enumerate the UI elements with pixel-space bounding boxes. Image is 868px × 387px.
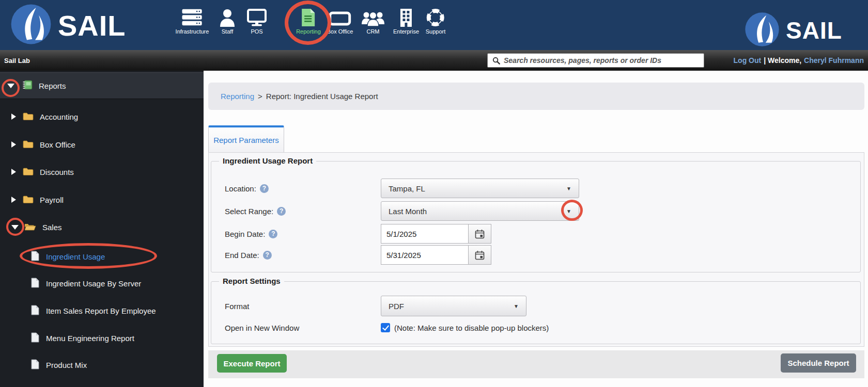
caret-right-icon[interactable] [11, 114, 16, 120]
sidebar-report-ingredient-usage[interactable]: Ingredient Usage [0, 249, 204, 264]
folder-label: Sales [42, 223, 62, 232]
tree-root-label: Reports [39, 82, 66, 90]
ingredient-usage-report-fieldset: Ingredient Usage Report Location: ? Tamp… [211, 161, 861, 272]
brand-logo-left: SAIL [10, 4, 126, 47]
select-range-row: Select Range: ? Last Month ▼ [225, 201, 850, 221]
breadcrumb-separator: > [258, 92, 262, 101]
sidebar-report-item-sales-by-employee[interactable]: Item Sales Report By Employee [0, 303, 204, 318]
nav-label: CRM [366, 28, 379, 35]
select-range-label: Select Range: [225, 207, 273, 216]
session-info: Log Out | Welcome, Cheryl Fuhrmann [734, 50, 864, 71]
caret-right-icon[interactable] [11, 197, 16, 203]
end-date-row: End Date: ? [225, 245, 850, 265]
report-link-label: Menu Engineering Report [46, 334, 134, 343]
sidebar-folder-discounts[interactable]: Discounts [0, 164, 204, 180]
folder-label: Box Office [40, 140, 75, 149]
sidebar-folder-box-office[interactable]: Box Office [0, 137, 204, 152]
report-link-label: Item Sales Report By Employee [46, 307, 156, 315]
nav-item-staff[interactable]: Staff [220, 6, 235, 35]
folder-label: Discounts [40, 168, 74, 176]
folder-label: Accounting [40, 112, 78, 121]
top-nav-bar: SAIL Infrastructure Staff [0, 0, 868, 50]
select-range-select[interactable]: Last Month ▼ [381, 201, 579, 221]
document-icon [31, 359, 39, 371]
folder-icon [23, 112, 34, 122]
search-input[interactable] [504, 54, 704, 67]
sidebar-folder-sales[interactable]: Sales [0, 219, 204, 235]
monitor-icon [246, 6, 267, 27]
report-link-label: Product Mix [46, 361, 87, 369]
nav-label: POS [251, 28, 262, 35]
building-icon [399, 6, 413, 27]
schedule-report-button[interactable]: Schedule Report [781, 353, 856, 373]
range-selected-value: Last Month [389, 207, 427, 216]
sidebar-folder-payroll[interactable]: Payroll [0, 192, 204, 207]
location-select[interactable]: Tampa, FL ▼ [381, 179, 579, 198]
help-icon[interactable]: ? [277, 207, 286, 216]
brand-name: SAIL [58, 9, 126, 42]
folder-icon [23, 167, 34, 177]
chevron-down-icon[interactable]: ▼ [566, 186, 571, 191]
nav-item-support[interactable]: Support [426, 6, 446, 35]
begin-date-input[interactable] [381, 224, 469, 244]
nav-item-box-office[interactable]: Box Office [327, 6, 353, 35]
caret-down-icon[interactable] [11, 225, 19, 230]
nav-item-crm[interactable]: CRM [361, 6, 385, 35]
servers-icon [181, 6, 203, 27]
format-select[interactable]: PDF ▼ [381, 296, 526, 316]
help-icon[interactable]: ? [263, 251, 272, 260]
help-icon[interactable]: ? [269, 230, 277, 238]
breadcrumb-current-page: Report: Ingredient Usage Report [266, 92, 378, 101]
caret-right-icon[interactable] [11, 169, 16, 175]
fieldset-legend: Ingredient Usage Report [219, 156, 316, 165]
lifebuoy-icon [426, 6, 445, 27]
breadcrumb: Reporting > Report: Ingredient Usage Rep… [208, 83, 864, 110]
calendar-button[interactable] [469, 245, 491, 265]
nav-item-infrastructure[interactable]: Infrastructure [176, 6, 209, 35]
tree-root-reports[interactable]: Reports [0, 72, 204, 99]
end-date-input[interactable] [381, 245, 469, 265]
document-icon [31, 305, 39, 317]
begin-date-label: Begin Date: [225, 230, 265, 238]
format-row: Format PDF ▼ [225, 296, 850, 316]
utility-bar: Sail Lab Log Out | Welcome, Cheryl Fuhrm… [0, 50, 868, 71]
location-row: Location: ? Tampa, FL ▼ [225, 179, 850, 198]
open-folder-icon [24, 222, 36, 232]
nav-label: Enterprise [393, 28, 419, 35]
sidebar-report-product-mix[interactable]: Product Mix [0, 357, 204, 373]
chevron-down-icon[interactable]: ▼ [566, 208, 571, 214]
sidebar-report-ingredient-usage-by-server[interactable]: Ingredient Usage By Server [0, 276, 204, 291]
search-box[interactable] [487, 53, 704, 68]
chevron-down-icon[interactable]: ▼ [514, 303, 519, 309]
nav-label: Staff [222, 28, 233, 35]
nav-item-enterprise[interactable]: Enterprise [393, 6, 419, 35]
open-in-new-window-checkbox[interactable] [381, 323, 390, 332]
execute-report-button[interactable]: Execute Report [217, 354, 287, 373]
caret-right-icon[interactable] [11, 141, 16, 148]
help-icon[interactable]: ? [260, 184, 269, 193]
end-date-label: End Date: [225, 251, 259, 260]
nav-item-reporting[interactable]: Reporting [296, 6, 321, 35]
tab-report-parameters[interactable]: Report Parameters [208, 125, 284, 152]
folder-icon [23, 195, 34, 205]
brand-name: SAIL [786, 17, 842, 44]
calendar-button[interactable] [469, 224, 491, 244]
calendar-icon [475, 250, 485, 260]
logout-link[interactable]: Log Out [734, 56, 762, 64]
person-icon [220, 6, 235, 27]
breadcrumb-reporting-link[interactable]: Reporting [221, 92, 254, 101]
caret-down-icon[interactable] [7, 84, 14, 88]
calendar-icon [475, 229, 485, 239]
nav-item-pos[interactable]: POS [246, 6, 267, 35]
report-link-label: Ingredient Usage By Server [46, 279, 141, 288]
sidebar-report-menu-engineering[interactable]: Menu Engineering Report [0, 330, 204, 346]
open-in-new-window-label: Open in New Window [225, 324, 299, 332]
user-name-link[interactable]: Cheryl Fuhrmann [804, 56, 864, 64]
begin-date-row: Begin Date: ? [225, 224, 850, 244]
action-bar: Execute Report Schedule Report [208, 350, 864, 378]
document-icon [31, 251, 39, 263]
sidebar-folder-accounting[interactable]: Accounting [0, 109, 204, 124]
tab-label: Report Parameters [213, 136, 279, 144]
sail-logo-icon [745, 12, 780, 49]
format-selected-value: PDF [389, 302, 404, 311]
